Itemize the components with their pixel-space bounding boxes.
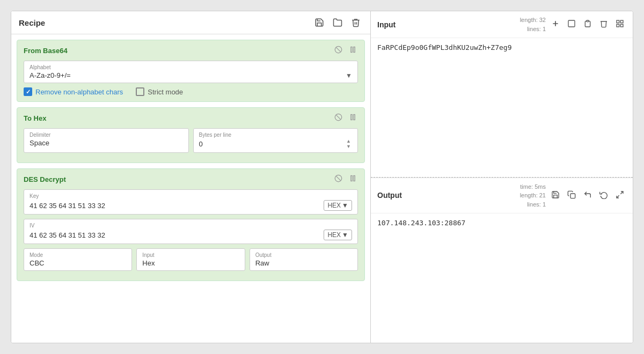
recipe-header-icons <box>312 17 363 28</box>
output-undo-button[interactable] <box>597 189 610 202</box>
strict-mode-checkbox-item[interactable]: Strict mode <box>136 87 183 96</box>
bytes-per-line-value: 0 <box>199 140 203 148</box>
svg-line-1 <box>336 47 341 52</box>
spin-buttons: ▲ ▼ <box>345 139 352 149</box>
output-header: Output time: 5ms length: 21 lines: 1 <box>371 178 633 214</box>
input-header: Input length: 32 lines: 1 <box>371 11 633 38</box>
input-length-value: 32 <box>539 17 546 23</box>
input-lines-value: 1 <box>543 26 546 32</box>
output-time-value: 5ms <box>535 183 546 190</box>
svg-rect-17 <box>620 20 623 23</box>
svg-line-5 <box>336 115 341 120</box>
to-hex-controls <box>333 113 358 123</box>
from-base64-pause-button[interactable] <box>348 46 358 55</box>
strict-mode-checkbox[interactable] <box>136 87 144 96</box>
svg-rect-18 <box>617 24 619 27</box>
iv-value: 41 62 35 64 31 51 33 32 <box>30 231 105 239</box>
input-delete-button[interactable] <box>597 18 610 31</box>
spin-down-button[interactable]: ▼ <box>345 144 352 149</box>
input-add-button[interactable] <box>549 18 562 31</box>
from-base64-disable-button[interactable] <box>333 46 343 55</box>
delete-recipe-button[interactable] <box>349 17 363 28</box>
svg-rect-3 <box>354 47 355 53</box>
input-paste-button[interactable] <box>581 18 594 31</box>
svg-rect-16 <box>617 20 619 23</box>
from-base64-header: From Base64 <box>24 46 358 55</box>
strict-mode-label: Strict mode <box>148 88 183 96</box>
bytes-per-line-field: Bytes per line 0 ▲ ▼ <box>193 128 358 153</box>
from-base64-title: From Base64 <box>24 47 68 55</box>
input-grid-button[interactable] <box>613 18 626 31</box>
right-panel: Input length: 32 lines: 1 <box>371 11 633 343</box>
output-lines-value: 1 <box>543 201 546 208</box>
delimiter-field: Delimiter Space <box>24 128 189 153</box>
open-recipe-button[interactable] <box>331 17 345 28</box>
input-content[interactable]: FaRPCdEp9o0GfWPL3dhKU2uwZh+Z7eg9 <box>371 38 633 177</box>
to-hex-fields: Delimiter Space Bytes per line 0 ▲ ▼ <box>24 128 358 157</box>
save-recipe-button[interactable] <box>312 17 326 28</box>
svg-line-21 <box>620 191 623 194</box>
recipe-header: Recipe <box>11 11 370 34</box>
alphabet-value: A-Za-z0-9+/= <box>30 71 71 79</box>
input-header-right: length: 32 lines: 1 <box>520 16 626 33</box>
alphabet-dropdown[interactable]: A-Za-z0-9+/= ▼ <box>30 71 352 79</box>
mode-value: CBC <box>30 259 126 267</box>
bytes-per-line-label: Bytes per line <box>199 132 353 138</box>
output-length-label: length: <box>520 192 538 198</box>
recipe-panel: Recipe From Base64 <box>11 11 371 343</box>
key-field-row: 41 62 35 64 31 51 33 32 HEX ▼ <box>30 200 352 211</box>
svg-line-9 <box>336 176 341 181</box>
svg-rect-20 <box>570 194 575 198</box>
des-output-value: Raw <box>255 259 352 267</box>
iv-label: IV <box>30 223 352 228</box>
mode-field: Mode CBC <box>24 248 132 271</box>
alphabet-field: Alphabet A-Za-z0-9+/= ▼ <box>24 61 358 83</box>
des-decrypt-header: DES Decrypt <box>24 174 358 184</box>
des-decrypt-disable-button[interactable] <box>333 174 343 184</box>
iv-encoding-arrow-icon: ▼ <box>342 231 348 239</box>
to-hex-header: To Hex <box>24 113 358 123</box>
input-title: Input <box>377 20 396 29</box>
output-time-label: time: <box>520 183 533 190</box>
to-hex-disable-button[interactable] <box>333 113 343 123</box>
key-value: 41 62 35 64 31 51 33 32 <box>30 202 105 210</box>
key-field: Key 41 62 35 64 31 51 33 32 HEX ▼ <box>24 189 358 215</box>
output-text: 107.148.243.103:28867 <box>377 219 465 227</box>
from-base64-block: From Base64 Alphabet A-Za-z0-9+/= ▼ <box>17 40 365 102</box>
input-open-button[interactable] <box>565 18 578 31</box>
output-send-button[interactable] <box>581 189 594 202</box>
delimiter-value: Space <box>30 139 183 147</box>
des-output-field: Output Raw <box>250 248 358 271</box>
key-encoding-arrow-icon: ▼ <box>342 202 348 209</box>
des-input-field: Input Hex <box>136 248 245 271</box>
spin-up-button[interactable]: ▲ <box>345 139 352 144</box>
output-copy-button[interactable] <box>565 189 578 202</box>
delimiter-label: Delimiter <box>30 132 183 138</box>
svg-rect-6 <box>351 115 353 120</box>
des-input-label: Input <box>142 252 239 258</box>
des-input-value: Hex <box>142 259 239 267</box>
remove-non-alpha-label: Remove non-alphabet chars <box>35 88 123 96</box>
des-decrypt-block: DES Decrypt Key 41 62 35 64 31 51 33 32 … <box>17 168 365 281</box>
key-label: Key <box>30 193 352 199</box>
output-lines-label: lines: <box>527 201 541 208</box>
output-content: 107.148.243.103:28867 <box>371 213 633 343</box>
svg-rect-19 <box>620 24 623 27</box>
remove-non-alpha-checkbox-item[interactable]: Remove non-alphabet chars <box>24 87 123 96</box>
output-meta: time: 5ms length: 21 lines: 1 <box>520 182 546 209</box>
output-length-value: 21 <box>539 192 546 198</box>
des-decrypt-pause-button[interactable] <box>348 174 358 184</box>
remove-non-alpha-checkbox[interactable] <box>24 87 32 96</box>
svg-rect-10 <box>351 176 353 181</box>
to-hex-pause-button[interactable] <box>348 113 358 123</box>
alphabet-label: Alphabet <box>30 64 352 70</box>
key-encoding-value: HEX <box>327 202 341 209</box>
output-fullscreen-button[interactable] <box>613 189 626 202</box>
iv-field: IV 41 62 35 64 31 51 33 32 HEX ▼ <box>24 219 358 244</box>
mode-label: Mode <box>30 252 126 258</box>
svg-rect-15 <box>587 20 589 22</box>
iv-encoding-dropdown[interactable]: HEX ▼ <box>324 230 352 240</box>
output-save-button[interactable] <box>549 189 562 202</box>
recipe-title: Recipe <box>19 18 45 27</box>
key-encoding-dropdown[interactable]: HEX ▼ <box>324 200 352 211</box>
